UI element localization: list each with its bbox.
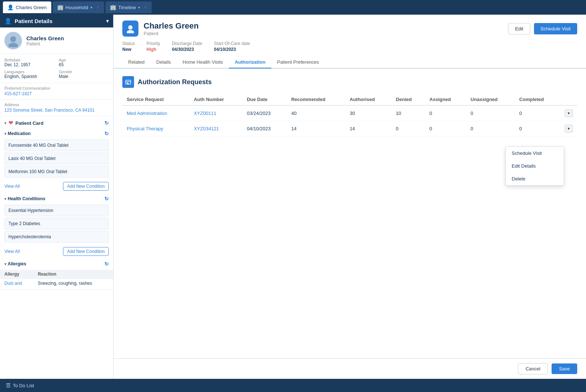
patient-card-refresh-icon[interactable]: ↻ (104, 120, 109, 126)
timeline-tab-icon: 🏢 (110, 4, 116, 10)
timeline-close-icon[interactable]: ✕ (144, 5, 147, 10)
avatar (4, 32, 22, 49)
tab-patient-preferences[interactable]: Patient Preferences (271, 56, 325, 68)
recommended-1: 40 (287, 105, 345, 121)
schedule-visit-button[interactable]: Schedule Visit (534, 23, 577, 34)
sidebar-header-chevron-icon[interactable]: ▾ (106, 18, 109, 24)
dropdown-menu: Schedule Visit Edit Details Delete (505, 146, 564, 186)
dropdown-schedule-visit[interactable]: Schedule Visit (506, 147, 564, 160)
dropdown-delete[interactable]: Delete (506, 172, 564, 185)
col-action (560, 94, 577, 105)
recommended-2: 14 (287, 121, 345, 137)
cancel-button[interactable]: Cancel (518, 363, 548, 374)
auth-number-link-1[interactable]: XYZ00111 (194, 111, 216, 116)
col-auth-number: Auth Number (189, 94, 242, 105)
table-row: Physical Therapy XYZ034121 04/10/2023 14… (122, 121, 577, 137)
tab-timeline[interactable]: 🏢 Timeline ▾ ✕ (105, 1, 152, 13)
completed-1: 0 (515, 105, 560, 121)
list-item: Essential Hypertension (4, 205, 109, 216)
household-close-icon[interactable]: ✕ (96, 5, 100, 10)
status-label: Status (122, 41, 135, 46)
dropdown-edit-details[interactable]: Edit Details (506, 160, 564, 172)
unassigned-1: 0 (466, 105, 515, 121)
patient-card-header[interactable]: ▾ ❤ Patient Card ↻ (0, 116, 113, 128)
patient-role: Patient (26, 41, 64, 46)
medication-refresh-icon[interactable]: ↻ (104, 131, 109, 137)
phone-link[interactable]: 415-627-1827 (4, 91, 32, 96)
list-item: Furosemide 40 MG Oral Tablet (4, 139, 109, 151)
col-assigned: Assigned (425, 94, 466, 105)
completed-2: 0 (515, 121, 560, 137)
discharge-label: Discharge Date (172, 41, 202, 46)
tab-label-timeline: Timeline (118, 5, 136, 10)
allergy-name[interactable]: Dust and (4, 281, 22, 286)
col-due-date: Due Date (242, 94, 287, 105)
patient-card-chevron-icon: ▾ (4, 121, 6, 125)
gender-label: Gender (59, 70, 109, 74)
medication-add-new-button[interactable]: Add New Condition (63, 182, 109, 191)
health-conditions-chevron-icon: ▾ (4, 197, 6, 201)
tabs-row: Related Details Home Health Visits Autho… (114, 56, 586, 68)
patient-card-section: ▾ ❤ Patient Card ↻ ▾ Medication ↻ Furose… (0, 116, 113, 290)
bottom-bar[interactable]: ☰ To Do List (0, 379, 586, 392)
medication-footer: View All Add New Condition (0, 179, 113, 194)
patient-info: Charles Green Patient (0, 27, 113, 54)
health-conditions-view-all[interactable]: View All (4, 249, 20, 254)
languages-label: Languages (4, 70, 55, 74)
tab-charles-green[interactable]: 👤 Charles Green (3, 1, 51, 13)
medication-subsection-header: ▾ Medication ↻ (0, 128, 113, 138)
header-patient-name: Charles Green (144, 21, 199, 31)
age-label: Age (59, 58, 109, 62)
row-dropdown-btn-1[interactable]: ▾ (565, 109, 573, 117)
sidebar-header: 👤 Patient Details ▾ (0, 15, 113, 27)
allergies-col-allergy: Allergy (0, 270, 33, 279)
row-dropdown-btn-2[interactable]: ▾ (565, 125, 573, 132)
allergies-refresh-icon[interactable]: ↻ (104, 261, 109, 267)
tab-home-health-visits[interactable]: Home Health Visits (177, 56, 229, 68)
patient-header: Charles Green Patient Edit Schedule Visi… (114, 15, 586, 69)
unassigned-2: 0 (466, 121, 515, 137)
auth-title: Authorization Requests (138, 78, 212, 86)
medication-title: Medication (8, 131, 31, 136)
preferred-comm: Preferred Communication 415-627-1827 (0, 83, 113, 100)
patient-details-grid: Birthdate Dec 12, 1957 Age 65 Languages … (0, 54, 113, 83)
sidebar-header-title: Patient Details (15, 18, 52, 24)
tab-related[interactable]: Related (122, 56, 151, 68)
health-conditions-add-new-button[interactable]: Add New Condition (63, 247, 109, 256)
languages-value: English, Spanish (4, 74, 55, 79)
address-value: 123 Sonoma Street, San Francisco, CA 941… (4, 108, 109, 113)
table-row: Dust and Sneezing, coughing, rashes (0, 279, 113, 288)
service-request-link-2[interactable]: Physical Therapy (127, 126, 163, 131)
auth-icon (122, 76, 134, 88)
status-value: New (122, 47, 135, 52)
auth-title-row: Authorization Requests (122, 76, 577, 88)
patient-name: Charles Green (26, 35, 64, 41)
edit-button[interactable]: Edit (508, 23, 530, 34)
tab-household[interactable]: 🏢 Household ▾ ✕ (53, 1, 104, 13)
age-value: 65 (59, 62, 109, 67)
assigned-2: 0 (425, 121, 466, 137)
list-item: Hypercholesterolemia (4, 231, 109, 243)
health-conditions-refresh-icon[interactable]: ↻ (104, 196, 109, 202)
list-item: Lasix 40 MG Oral Tablet (4, 153, 109, 164)
household-chevron-icon: ▾ (90, 5, 92, 10)
medication-view-all[interactable]: View All (4, 184, 20, 189)
authorised-2: 14 (345, 121, 392, 137)
status-bar: Status New Priority High Discharge Date … (122, 41, 577, 52)
svg-point-1 (8, 43, 18, 47)
authorised-1: 30 (345, 105, 392, 121)
service-request-link-1[interactable]: Med Administration (127, 111, 167, 116)
save-button[interactable]: Save (552, 363, 577, 374)
col-recommended: Recommended (287, 94, 345, 105)
content-right: Charles Green Patient Edit Schedule Visi… (114, 15, 586, 379)
tab-details[interactable]: Details (151, 56, 177, 68)
todo-icon: ☰ (6, 382, 11, 389)
col-unassigned: Unassigned (466, 94, 515, 105)
col-denied: Denied (392, 94, 425, 105)
address-section: Address 123 Sonoma Street, San Francisco… (0, 100, 113, 116)
svg-point-3 (127, 30, 134, 33)
heart-icon: ❤ (8, 120, 13, 126)
priority-value: High (146, 47, 160, 52)
auth-number-link-2[interactable]: XYZ034121 (194, 126, 219, 131)
tab-authorization[interactable]: Authorization (229, 56, 271, 68)
